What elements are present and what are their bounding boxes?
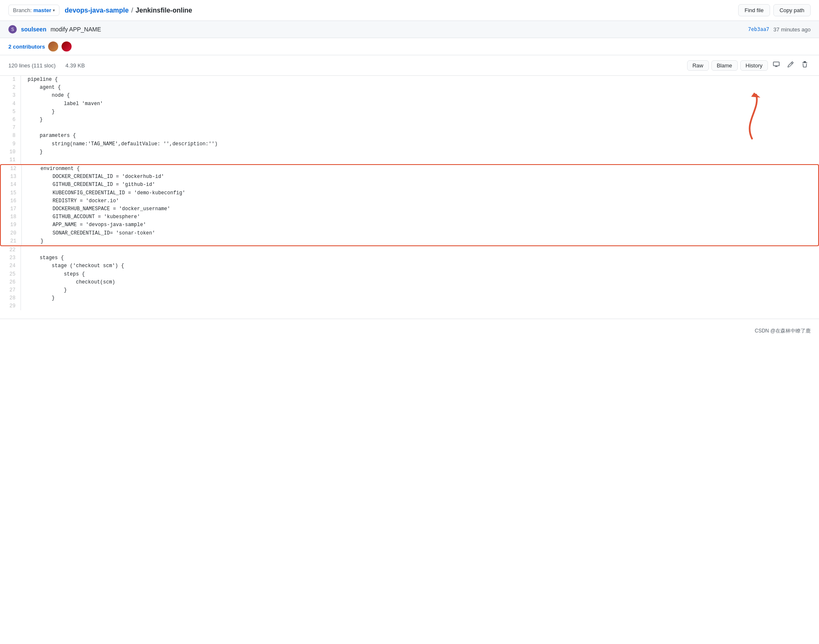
avatar: S — [8, 25, 17, 33]
table-row: 29 — [0, 302, 819, 310]
line-code: string(name:'TAG_NAME',defaultValue: '',… — [21, 140, 819, 148]
line-code: REDISTRY = 'docker.io' — [22, 197, 818, 205]
footer-text: CSDN @在森林中瞭了鹿 — [755, 328, 811, 334]
commit-bar: S soulseen modify APP_NAME 7eb3aa7 37 mi… — [0, 21, 819, 38]
svg-rect-0 — [773, 62, 779, 66]
history-button[interactable]: History — [740, 60, 768, 71]
contributor-avatar-2 — [62, 41, 72, 52]
line-number: 29 — [0, 302, 21, 310]
branch-label: Branch: — [13, 7, 32, 13]
line-number: 22 — [0, 246, 21, 254]
line-number: 14 — [1, 181, 22, 189]
line-code — [21, 246, 819, 254]
line-number: 7 — [0, 124, 21, 132]
table-row: 2 agent { — [0, 84, 819, 92]
line-number: 20 — [1, 229, 22, 237]
contributors-bar: 2 contributors — [0, 38, 819, 55]
line-code: GITHUB_CREDENTIAL_ID = 'github-id' — [22, 181, 818, 189]
line-code: environment { — [22, 165, 818, 173]
edit-icon[interactable] — [785, 59, 796, 71]
line-number: 8 — [0, 132, 21, 140]
commit-author[interactable]: soulseen — [21, 26, 46, 33]
line-code: APP_NAME = 'devops-java-sample' — [22, 221, 818, 229]
table-row: 14 GITHUB_CREDENTIAL_ID = 'github-id' — [0, 181, 819, 189]
line-code: steps { — [21, 270, 819, 278]
line-count: 120 lines (111 sloc) — [8, 62, 56, 69]
table-row: 15 KUBECONFIG_CREDENTIAL_ID = 'demo-kube… — [0, 189, 819, 197]
table-row: 16 REDISTRY = 'docker.io' — [0, 197, 819, 205]
line-number: 26 — [0, 278, 21, 286]
table-row: 6 } — [0, 116, 819, 124]
line-code: } — [21, 108, 819, 116]
line-number: 23 — [0, 254, 21, 262]
line-number: 18 — [1, 213, 22, 221]
file-name: Jenkinsfile-online — [136, 7, 192, 14]
desktop-icon[interactable] — [770, 59, 782, 71]
line-code: DOCKER_CREDENTIAL_ID = 'dockerhub-id' — [22, 173, 818, 181]
line-code: } — [21, 286, 819, 294]
table-row: 10 } — [0, 148, 819, 156]
table-row: 23 stages { — [0, 254, 819, 262]
line-number: 13 — [1, 173, 22, 181]
table-row: 7 — [0, 124, 819, 132]
contributors-link[interactable]: 2 contributors — [8, 44, 45, 50]
line-code: } — [21, 294, 819, 302]
line-code: GITHUB_ACCOUNT = 'kubesphere' — [22, 213, 818, 221]
blame-button[interactable]: Blame — [711, 60, 738, 71]
line-code: } — [21, 116, 819, 124]
repo-link[interactable]: devops-java-sample — [64, 7, 129, 14]
table-row: 19 APP_NAME = 'devops-java-sample' — [0, 221, 819, 229]
line-number: 27 — [0, 286, 21, 294]
commit-meta: 7eb3aa7 37 minutes ago — [748, 26, 811, 33]
file-meta-bar: 120 lines (111 sloc) 4.39 KB Raw Blame H… — [0, 55, 819, 76]
top-bar-actions: Find file Copy path — [738, 4, 811, 16]
table-row: 3 node { — [0, 92, 819, 100]
table-row: 5 } — [0, 108, 819, 116]
top-bar: Branch: master ▾ devops-java-sample / Je… — [0, 0, 819, 21]
line-code: stage ('checkout scm') { — [21, 262, 819, 270]
line-code: KUBECONFIG_CREDENTIAL_ID = 'demo-kubecon… — [22, 189, 818, 197]
line-number: 25 — [0, 270, 21, 278]
table-row: 25 steps { — [0, 270, 819, 278]
line-code: agent { — [21, 84, 819, 92]
branch-selector[interactable]: Branch: master ▾ — [8, 5, 59, 16]
line-code: parameters { — [21, 132, 819, 140]
line-number: 6 — [0, 116, 21, 124]
commit-message: modify APP_NAME — [51, 26, 744, 33]
file-size: 4.39 KB — [65, 62, 85, 69]
line-number: 9 — [0, 140, 21, 148]
line-number: 11 — [0, 156, 21, 164]
delete-icon[interactable] — [799, 59, 811, 71]
line-number: 5 — [0, 108, 21, 116]
find-file-button[interactable]: Find file — [738, 4, 770, 16]
commit-hash[interactable]: 7eb3aa7 — [748, 26, 770, 32]
table-row: 18 GITHUB_ACCOUNT = 'kubesphere' — [0, 213, 819, 221]
file-actions: Raw Blame History — [687, 59, 811, 71]
table-row: 28 } — [0, 294, 819, 302]
breadcrumb-separator: / — [131, 7, 133, 14]
table-row: 26 checkout(scm) — [0, 278, 819, 286]
line-number: 15 — [1, 189, 22, 197]
line-number: 1 — [0, 76, 21, 84]
line-code: node { — [21, 92, 819, 100]
line-number: 17 — [1, 205, 22, 213]
table-row: 24 stage ('checkout scm') { — [0, 262, 819, 270]
table-row: 13 DOCKER_CREDENTIAL_ID = 'dockerhub-id' — [0, 173, 819, 181]
table-row: 20 SONAR_CREDENTIAL_ID= 'sonar-token' — [0, 229, 819, 237]
line-number: 12 — [1, 165, 22, 173]
raw-button[interactable]: Raw — [687, 60, 709, 71]
table-row: 9 string(name:'TAG_NAME',defaultValue: '… — [0, 140, 819, 148]
line-code — [21, 156, 819, 164]
table-row: 21 } — [0, 237, 819, 246]
copy-path-button[interactable]: Copy path — [773, 4, 811, 16]
line-number: 3 — [0, 92, 21, 100]
line-code: checkout(scm) — [21, 278, 819, 286]
line-code: stages { — [21, 254, 819, 262]
table-row: 12 environment { — [0, 164, 819, 173]
line-code: SONAR_CREDENTIAL_ID= 'sonar-token' — [22, 229, 818, 237]
table-row: 17 DOCKERHUB_NAMESPACE = 'docker_usernam… — [0, 205, 819, 213]
table-row: 27 } — [0, 286, 819, 294]
table-row: 11 — [0, 156, 819, 164]
code-container: 1pipeline {2 agent {3 node {4 label 'mav… — [0, 76, 819, 310]
table-row: 1pipeline { — [0, 76, 819, 84]
